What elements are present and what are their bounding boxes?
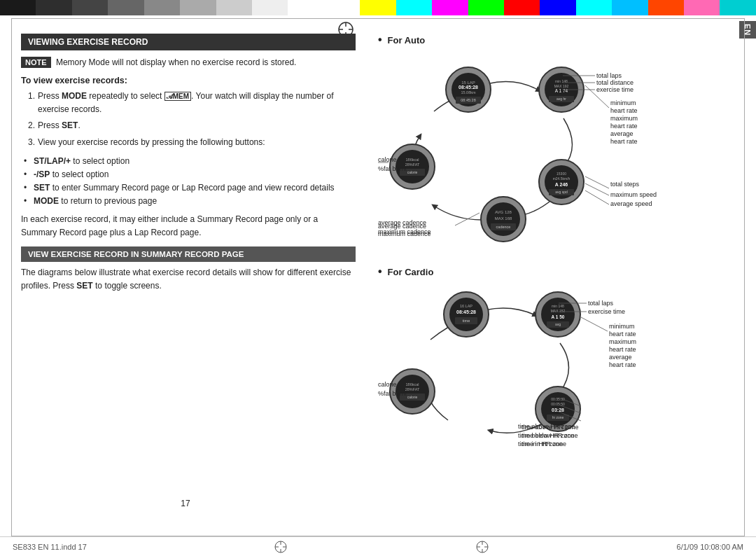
para-text: In each exercise record, it may either i… (21, 213, 356, 239)
color-swatch-red (504, 0, 540, 15)
color-swatch-magenta (432, 0, 468, 15)
bottom-crosshair-left (273, 539, 288, 555)
view-records-label: To view exercise records: (21, 76, 356, 85)
calorie-label-auto: calorie %fat burnt (378, 155, 407, 173)
svg-point-64 (449, 298, 483, 331)
svg-text:total laps: total laps (588, 300, 614, 307)
color-swatch-teal (720, 0, 755, 15)
svg-line-53 (585, 183, 609, 195)
color-swatch-orange (648, 0, 684, 15)
svg-text:calorie: calorie (407, 170, 418, 174)
step-1-text: Press MODE repeatedly to select 𝒜MEM. Yo… (38, 90, 356, 116)
color-swatch-blue (540, 0, 575, 15)
svg-line-93 (581, 317, 608, 331)
bullet-3: SET to enter Summary Record page or Lap … (34, 181, 356, 195)
bullet-1: ST/LAP/+ to select option (34, 155, 356, 168)
svg-text:heart rate: heart rate (610, 107, 638, 114)
svg-text:186kcal: 186kcal (406, 158, 419, 162)
svg-text:A 1 74: A 1 74 (555, 88, 568, 93)
color-swatch-7 (216, 0, 252, 15)
step-2: 2. Press SET. (28, 119, 356, 132)
svg-text:total steps: total steps (610, 181, 640, 188)
color-swatch-4 (108, 0, 144, 15)
step-2-num: 2. (28, 119, 35, 132)
note-paragraph: NOTE Memory Mode will not display when n… (21, 56, 356, 69)
svg-text:heart rate: heart rate (610, 138, 638, 145)
color-swatch-pink (684, 0, 720, 15)
section1-header: VIEWING EXERCISE RECORD (21, 34, 356, 50)
svg-text:cadence: cadence (496, 225, 511, 229)
svg-text:hr zone: hr zone (552, 415, 564, 419)
left-border (11, 18, 12, 536)
bullet-4: MODE to return to previous page (34, 195, 356, 208)
page-number: 17 (0, 499, 371, 508)
svg-text:exercise time: exercise time (596, 86, 634, 93)
right-border (744, 18, 745, 536)
color-swatch-3 (72, 0, 108, 15)
color-swatch-skyblue (612, 0, 648, 15)
svg-text:maximum speed: maximum speed (610, 191, 657, 198)
svg-text:maximum: maximum (610, 115, 638, 122)
top-color-bar (0, 0, 756, 15)
svg-text:min 148: min 148 (552, 304, 564, 308)
hr-zone-annotations: time above HR zone time below HR zone ti… (518, 422, 575, 449)
color-swatch-yellow (360, 0, 396, 15)
for-cardio-section: For Cardio (378, 265, 743, 466)
section2-desc: The diagrams below illustrate what exerc… (21, 266, 356, 293)
footer-file: SE833 EN 11.indd 17 (13, 543, 87, 551)
svg-text:avg: avg (555, 322, 561, 326)
for-cardio-label: For Cardio (378, 265, 743, 278)
svg-text:AVG 128: AVG 128 (495, 210, 512, 214)
color-swatch-green (468, 0, 504, 15)
bullet-list: ST/LAP/+ to select option -/SP to select… (21, 155, 356, 209)
color-swatch-5 (144, 0, 180, 15)
svg-text:08:45:28: 08:45:28 (461, 98, 475, 102)
top-border (11, 18, 745, 19)
svg-text:maximum: maximum (609, 338, 636, 345)
for-auto-label: For Auto (378, 34, 743, 46)
svg-text:average: average (610, 130, 634, 137)
svg-text:average speed: average speed (610, 200, 652, 207)
svg-text:A 246: A 246 (555, 182, 568, 187)
cardio-diagram: 16 LAP 08:45:28 time min 148 MAX 152 A 1… (378, 284, 679, 466)
svg-text:00:05:50: 00:05:50 (551, 402, 565, 406)
bullet-2: -/SP to select option (34, 168, 356, 181)
svg-text:calorie: calorie (407, 395, 418, 399)
svg-text:08:45:28: 08:45:28 (458, 85, 478, 90)
auto-diagram: 15 LAP 08:45:28 15.08km 08:45:28 min 148… (378, 52, 679, 258)
svg-line-51 (585, 176, 609, 188)
svg-text:08:45:28: 08:45:28 (456, 310, 476, 314)
left-column: VIEWING EXERCISE RECORD NOTE Memory Mode… (0, 21, 371, 536)
svg-text:heart rate: heart rate (609, 361, 636, 368)
svg-text:15300: 15300 (556, 172, 566, 176)
svg-text:avg hr: avg hr (556, 97, 566, 101)
footer-date: 6/1/09 10:08:00 AM (677, 543, 743, 551)
svg-text:time: time (463, 319, 470, 323)
color-swatch-6 (180, 0, 216, 15)
svg-text:avg spd: avg spd (555, 190, 568, 194)
svg-text:heart rate: heart rate (610, 123, 638, 130)
color-swatch-8 (252, 0, 288, 15)
svg-text:MAX 152: MAX 152 (551, 309, 566, 313)
step-3-num: 3. (28, 136, 35, 149)
step-2-text: Press SET. (38, 119, 80, 132)
step-1-num: 1. (28, 90, 35, 116)
svg-line-60 (455, 213, 479, 225)
svg-text:16 LAP: 16 LAP (460, 304, 472, 308)
svg-text:15.08km: 15.08km (461, 90, 476, 95)
svg-text:minimum: minimum (609, 323, 635, 330)
step-1: 1. Press MODE repeatedly to select 𝒜MEM.… (28, 90, 356, 116)
svg-line-55 (585, 190, 609, 204)
note-content: Memory Mode will not display when no exe… (56, 57, 296, 67)
right-column: For Auto (371, 21, 756, 536)
section2-header: VIEW EXERCISE RECORD IN SUMMARY RECORD P… (21, 246, 356, 262)
svg-text:minimum: minimum (610, 99, 636, 106)
step-3-text: View your exercise records by pressing t… (38, 136, 265, 149)
color-swatch-cyan2 (576, 0, 612, 15)
bottom-bar: SE833 EN 11.indd 17 6/1/09 10:08:00 AM (0, 536, 756, 556)
calorie-label-cardio: calorie %fat burnt (378, 380, 407, 398)
svg-text:03:28: 03:28 (552, 408, 564, 412)
for-auto-section: For Auto (378, 34, 743, 258)
steps-list: 1. Press MODE repeatedly to select 𝒜MEM.… (21, 90, 356, 149)
svg-text:total laps: total laps (596, 72, 622, 79)
